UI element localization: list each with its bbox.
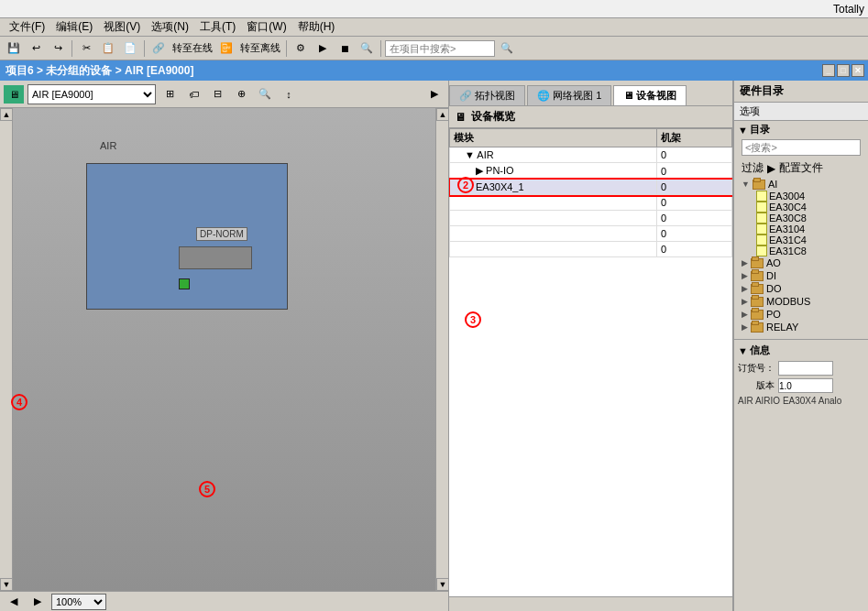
overview-title: 设备概览 (471, 109, 515, 125)
network-icon: 🌐 (537, 90, 550, 101)
device-tb-btn4[interactable]: ⊕ (231, 85, 251, 104)
row-module-empty3 (450, 226, 657, 242)
tab-network[interactable]: 🌐 网络视图 1 (527, 85, 611, 105)
catalog-item-ea31c4[interactable]: EA31C4 (738, 235, 864, 245)
tb-offline[interactable]: 📴 (216, 39, 236, 58)
tb-btn6[interactable]: ▶ (313, 39, 333, 58)
menu-file[interactable]: 文件(F) (4, 19, 50, 35)
overview-header: 🖥 设备概览 (449, 106, 732, 128)
ea3104-label: EA3104 (769, 224, 805, 235)
catalog-item-ea31c8[interactable]: EA31C8 (738, 245, 864, 256)
order-no-input[interactable] (778, 361, 833, 376)
info-section: ▼ 信息 订货号： 版本 AIR AIRIO EA30X4 Analo (734, 339, 868, 409)
info-title-text: 信息 (750, 344, 770, 357)
catalog-folder-po[interactable]: ▶ PO (738, 308, 864, 321)
canvas-area[interactable]: AIR DP-NORM (13, 108, 435, 591)
search-input[interactable] (385, 40, 495, 57)
device-tb-btn1[interactable]: ⊞ (159, 85, 180, 104)
canvas-sb-back[interactable]: ◀ (4, 593, 24, 611)
tb-search-go[interactable]: 🔍 (497, 39, 517, 58)
catalog-item-ea30c4[interactable]: EA30C4 (738, 202, 864, 213)
main-content: 🖥 AIR [EA9000] ⊞ 🏷 ⊟ ⊕ 🔍 ↕ ▶ ▲ ▼ (0, 81, 868, 611)
catalog-item-ea3104[interactable]: EA3104 (738, 224, 864, 235)
tb-copy[interactable]: 📋 (98, 39, 118, 58)
tb-save[interactable]: 💾 (4, 39, 24, 58)
right-scroll-down[interactable]: ▼ (436, 578, 449, 591)
device-tb-btn3[interactable]: ⊟ (207, 85, 227, 104)
info-order-row: 订货号： (738, 361, 864, 376)
table-row[interactable]: ▶ PN-IO 0 (450, 163, 732, 180)
zoom-select[interactable]: 100% 75% 50% 150% (51, 594, 106, 610)
table-row[interactable]: ▼ AIR 0 (450, 147, 732, 163)
right-scrollbar: ▲ ▼ (435, 108, 448, 591)
catalog-directory-label: 目录 (750, 123, 770, 136)
device-tb-btn6[interactable]: ↕ (279, 85, 299, 104)
tb-cut[interactable]: ✂ (76, 39, 96, 58)
tb-btn5[interactable]: ⚙ (291, 39, 311, 58)
sep4 (380, 40, 381, 57)
modbus-folder-icon (751, 297, 764, 307)
table-row-ea30x4[interactable]: EA30X4_1 0 (450, 180, 732, 195)
catalog-folder-modbus[interactable]: ▶ MODBUS (738, 295, 864, 308)
row-rack-empty1: 0 (657, 195, 732, 211)
scroll-track (0, 121, 12, 578)
right-scroll-up[interactable]: ▲ (436, 108, 449, 121)
po-expand-icon: ▶ (742, 310, 748, 319)
modbus-expand-icon: ▶ (742, 297, 748, 306)
catalog-search-input[interactable] (742, 139, 861, 156)
menu-edit[interactable]: 编辑(E) (50, 19, 98, 35)
config-file-label: 配置文件 (779, 160, 823, 176)
row-module: ▶ PN-IO (450, 163, 657, 180)
tab-topology-label: 拓扑视图 (475, 90, 515, 101)
device-inner-rect (179, 246, 252, 269)
ea30c4-file-icon (756, 202, 767, 213)
menu-window[interactable]: 窗口(W) (241, 19, 291, 35)
device-select-dropdown[interactable]: AIR [EA9000] (27, 84, 156, 104)
table-row[interactable]: 0 (450, 211, 732, 226)
hardware-catalog-title: 硬件目录 (734, 81, 868, 103)
scroll-up[interactable]: ▲ (0, 108, 13, 121)
minimize-button[interactable]: _ (822, 64, 835, 77)
catalog-folder-di[interactable]: ▶ DI (738, 269, 864, 282)
overview-icon: 🖥 (455, 111, 466, 124)
catalog-item-ea30c8[interactable]: EA30C8 (738, 213, 864, 224)
tb-btn8[interactable]: 🔍 (357, 39, 377, 58)
device-box[interactable] (86, 163, 288, 310)
modbus-label: MODBUS (766, 296, 810, 307)
close-button[interactable]: ✕ (852, 64, 864, 77)
catalog-folder-ai[interactable]: ▼ AI (738, 178, 864, 191)
tb-online[interactable]: 🔗 (148, 39, 169, 58)
tb-undo[interactable]: ↩ (26, 39, 46, 58)
device-tb-btn2[interactable]: 🏷 (183, 85, 203, 104)
table-row[interactable]: 0 (450, 195, 732, 211)
menu-view[interactable]: 视图(V) (98, 19, 146, 35)
tab-topology[interactable]: 🔗 拓扑视图 (449, 85, 525, 105)
table-row[interactable]: 0 (450, 226, 732, 242)
table-row[interactable]: 0 (450, 242, 732, 257)
scroll-down[interactable]: ▼ (0, 578, 13, 591)
catalog-folder-ao[interactable]: ▶ AO (738, 256, 864, 269)
tb-redo[interactable]: ↪ (48, 39, 68, 58)
ai-expand-icon: ▼ (742, 180, 750, 189)
catalog-folder-relay[interactable]: ▶ RELAY (738, 321, 864, 333)
catalog-option-label[interactable]: 选项 (734, 103, 868, 121)
device-tb-extra-btn[interactable]: ▶ (424, 85, 445, 104)
mid-panel: 🔗 拓扑视图 🌐 网络视图 1 🖥 设备视图 🖥 设备概览 模块 (449, 81, 733, 611)
canvas-sb-fwd[interactable]: ▶ (27, 593, 48, 611)
canvas-background: AIR DP-NORM (13, 108, 435, 591)
right-scroll-track (436, 121, 448, 578)
catalog-item-ea3004[interactable]: EA3004 (738, 191, 864, 202)
menu-tools[interactable]: 工具(T) (194, 19, 241, 35)
maximize-button[interactable]: □ (837, 64, 850, 77)
device-overview: 🖥 设备概览 模块 机架 ▼ AIR 0 ▶ PN-IO (449, 106, 732, 596)
catalog-folder-do[interactable]: ▶ DO (738, 282, 864, 295)
tb-btn7[interactable]: ⏹ (335, 39, 355, 58)
tab-device[interactable]: 🖥 设备视图 (613, 85, 687, 105)
menu-help[interactable]: 帮助(H) (292, 19, 341, 35)
version-input[interactable] (778, 378, 833, 393)
info-section-title: ▼ 信息 (738, 344, 864, 357)
menu-options[interactable]: 选项(N) (146, 19, 194, 35)
ea30c4-label: EA30C4 (769, 202, 807, 213)
device-tb-btn5[interactable]: 🔍 (255, 85, 275, 104)
tb-paste[interactable]: 📄 (120, 39, 140, 58)
